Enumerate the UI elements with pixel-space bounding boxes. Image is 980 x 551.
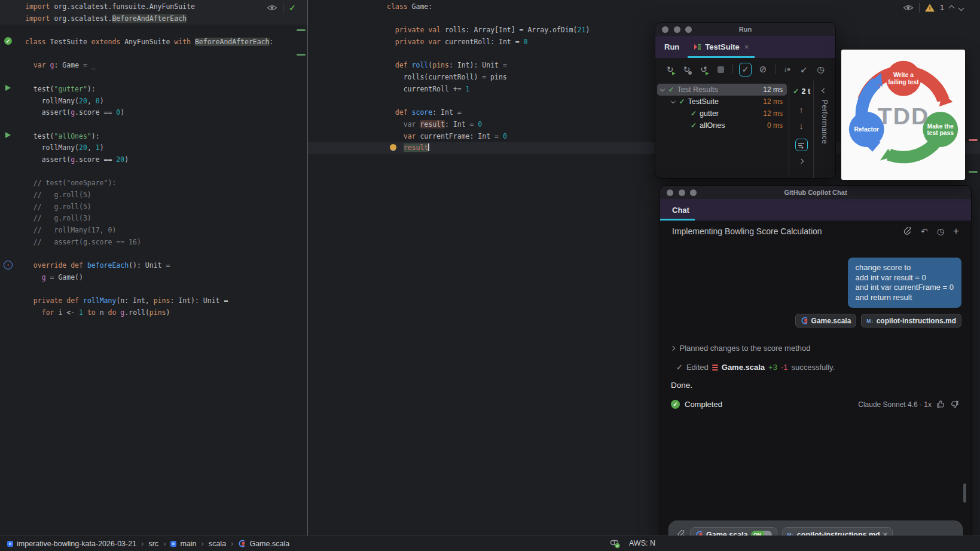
right-inspections-widget[interactable]: ! 1: [903, 3, 963, 13]
code-line: [25, 248, 307, 260]
tab-label: TestSuite: [705, 42, 740, 51]
expand-icon[interactable]: [799, 159, 804, 164]
code-line: // g.roll(5): [25, 189, 307, 201]
scrollbar-thumb[interactable]: [963, 483, 966, 503]
breadcrumb-item[interactable]: imperative-bowling-kata-2026-03-21: [7, 540, 136, 548]
undo-icon[interactable]: ↶: [921, 226, 928, 236]
code-line: [25, 119, 307, 131]
breadcrumb-item[interactable]: scala: [209, 540, 226, 548]
window-controls[interactable]: [667, 189, 697, 196]
zoom-dot-icon[interactable]: [690, 189, 697, 196]
scalatest-icon: [694, 43, 701, 51]
thumbs-down-icon[interactable]: [950, 400, 959, 409]
chevron-down-icon[interactable]: [671, 99, 676, 103]
minimize-dot-icon[interactable]: [679, 189, 685, 196]
svg-text:failing test: failing test: [888, 79, 919, 85]
copilot-status-icon[interactable]: [610, 538, 621, 549]
chevron-right-icon[interactable]: [670, 346, 675, 351]
planned-changes-row[interactable]: Planned changes to the score method: [671, 344, 971, 353]
completed-check-icon: ✓: [671, 400, 680, 409]
new-chat-icon[interactable]: +: [953, 225, 959, 237]
performance-tab-label[interactable]: Performance: [820, 100, 829, 144]
run-window-titlebar[interactable]: Run: [655, 23, 835, 36]
model-info: Claude Sonnet 4.6 · 1x: [858, 400, 932, 409]
chevron-down-icon[interactable]: [660, 87, 665, 91]
code-line: private def rollMany(n: Int, pins: Int):…: [25, 295, 307, 307]
attach-icon[interactable]: [903, 227, 912, 236]
collapse-icon[interactable]: [822, 88, 827, 93]
scala-file-icon: [238, 540, 246, 547]
run-test-gutter-icon[interactable]: [5, 85, 11, 91]
rerun-options-icon[interactable]: [795, 139, 808, 151]
test-name: allOnes: [700, 121, 725, 130]
chevron-up-icon[interactable]: [949, 5, 955, 11]
thumbs-up-icon[interactable]: [936, 400, 945, 409]
next-test-icon[interactable]: ↓: [799, 121, 804, 131]
close-dot-icon[interactable]: [662, 26, 668, 33]
close-dot-icon[interactable]: [667, 189, 673, 196]
window-controls[interactable]: [662, 26, 692, 33]
error-stripe-mark[interactable]: [969, 139, 978, 141]
chevron-down-icon[interactable]: [958, 5, 964, 11]
history-icon[interactable]: ◷: [937, 226, 944, 236]
left-code[interactable]: import org.scalatest.funsuite.AnyFunSuit…: [25, 1, 307, 319]
stop-icon[interactable]: [715, 63, 725, 75]
editor-split-divider[interactable]: [307, 0, 308, 535]
run-toolbar: ↻ ↻ ↺ ✓ ⊘ ↓≡ ↙ ◷: [655, 58, 835, 81]
code-line: [25, 284, 307, 296]
run-class-gutter-icon[interactable]: ✓: [4, 37, 12, 45]
chat-tab-strip: Chat: [660, 199, 971, 221]
minimize-dot-icon[interactable]: [674, 26, 680, 33]
tool-window-name[interactable]: Run: [664, 42, 679, 51]
warning-icon[interactable]: !: [925, 4, 935, 12]
test-tree-row[interactable]: ✓gutter12 ms: [657, 108, 787, 120]
code-line: import org.scalatest.funsuite.AnyFunSuit…: [25, 1, 307, 13]
context-chip[interactable]: M↓copilot-instructions.md: [861, 314, 961, 327]
left-inspections-widget[interactable]: ✓: [267, 3, 296, 13]
breadcrumb[interactable]: imperative-bowling-kata-2026-03-21›src›m…: [7, 539, 289, 548]
history-icon[interactable]: ◷: [816, 63, 826, 75]
eye-icon[interactable]: [267, 4, 277, 11]
toggle-auto-test-icon[interactable]: ↺: [698, 63, 709, 75]
test-name: TestSuite: [688, 97, 719, 106]
test-tree-row[interactable]: ✓allOnes0 ms: [657, 120, 787, 131]
breadcrumb-item[interactable]: main: [170, 540, 196, 548]
test-passed-icon: ✓: [679, 97, 685, 106]
passed-count: ✓2 t: [789, 87, 813, 96]
test-results-tree[interactable]: ✓Test Results12 ms✓TestSuite12 ms✓gutter…: [655, 81, 789, 178]
aws-status[interactable]: AWS: N: [629, 539, 655, 547]
breadcrumb-item[interactable]: src: [148, 540, 158, 548]
navigate-to-icon[interactable]: ↙: [799, 63, 809, 75]
eye-icon[interactable]: [903, 4, 914, 11]
performance-tab[interactable]: Performance: [814, 81, 835, 178]
breadcrumb-item[interactable]: Game.scala: [238, 540, 289, 548]
no-problems-icon[interactable]: ✓: [289, 3, 296, 13]
show-ignored-icon[interactable]: ⊘: [758, 63, 768, 75]
rerun-icon[interactable]: ↻: [665, 63, 675, 75]
context-chip[interactable]: Game.scala: [795, 314, 857, 327]
status-bar: imperative-bowling-kata-2026-03-21›src›m…: [0, 535, 980, 551]
error-stripe-mark[interactable]: [969, 171, 978, 173]
zoom-dot-icon[interactable]: [685, 26, 692, 33]
test-tree-row[interactable]: ✓TestSuite12 ms: [657, 96, 787, 108]
active-tab-underline: [688, 56, 755, 58]
copilot-chat-window: GitHub Copilot Chat Chat Implementing Bo…: [660, 185, 972, 551]
breadcrumb-separator: ›: [141, 539, 144, 548]
code-line: [25, 72, 307, 84]
svg-text:TDD: TDD: [877, 103, 929, 129]
tab-chat[interactable]: Chat: [672, 206, 689, 215]
test-tree-row[interactable]: ✓Test Results12 ms: [657, 84, 787, 96]
previous-test-icon[interactable]: ↑: [799, 105, 804, 115]
ide-screen: import org.scalatest.funsuite.AnyFunSuit…: [0, 0, 980, 551]
chat-window-titlebar[interactable]: GitHub Copilot Chat: [660, 186, 971, 199]
show-passed-icon[interactable]: ✓: [739, 63, 751, 76]
override-gutter-icon[interactable]: ↑: [4, 261, 13, 270]
editor-left[interactable]: import org.scalatest.funsuite.AnyFunSuit…: [0, 0, 307, 535]
edited-file-row[interactable]: ✓ Edited Game.scala +3 -1 successfully.: [676, 363, 971, 372]
tab-testsuite[interactable]: TestSuite ×: [688, 36, 755, 58]
sort-icon[interactable]: ↓≡: [782, 63, 792, 75]
intention-bulb-icon[interactable]: [390, 144, 396, 151]
rerun-failed-icon[interactable]: ↻: [682, 63, 692, 75]
user-message-line: change score to: [856, 263, 954, 273]
run-test-gutter-icon[interactable]: [5, 132, 11, 138]
